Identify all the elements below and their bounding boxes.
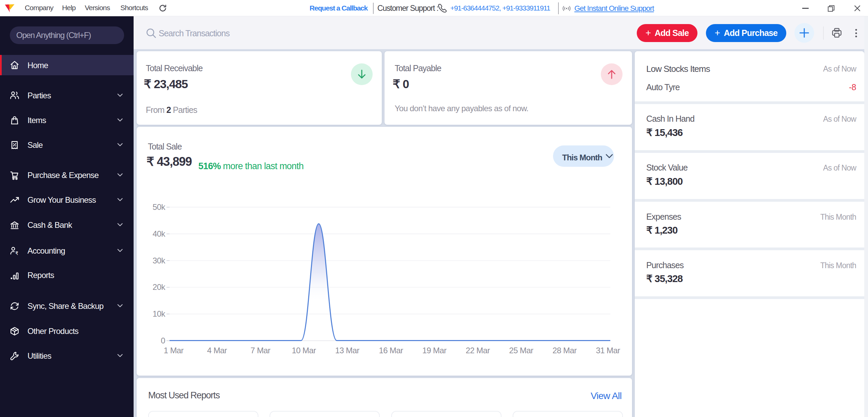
svg-text:22 Mar: 22 Mar <box>466 346 490 355</box>
svg-text:10k: 10k <box>153 309 165 318</box>
svg-text:1 Mar: 1 Mar <box>164 346 184 355</box>
svg-text:50k: 50k <box>153 202 165 212</box>
svg-text:₹: ₹ <box>15 251 18 256</box>
svg-text:20k: 20k <box>153 282 165 292</box>
svg-text:28 Mar: 28 Mar <box>552 346 577 355</box>
svg-text:31 Mar: 31 Mar <box>596 346 620 355</box>
svg-text:4 Mar: 4 Mar <box>207 346 227 355</box>
svg-text:30k: 30k <box>153 256 165 265</box>
svg-text:0: 0 <box>161 336 165 345</box>
svg-text:40k: 40k <box>153 229 165 238</box>
svg-text:13 Mar: 13 Mar <box>335 346 359 355</box>
svg-text:7 Mar: 7 Mar <box>251 346 271 355</box>
svg-text:25 Mar: 25 Mar <box>509 346 533 355</box>
svg-text:10 Mar: 10 Mar <box>292 346 316 355</box>
svg-text:16 Mar: 16 Mar <box>379 346 403 355</box>
svg-text:19 Mar: 19 Mar <box>422 346 447 355</box>
